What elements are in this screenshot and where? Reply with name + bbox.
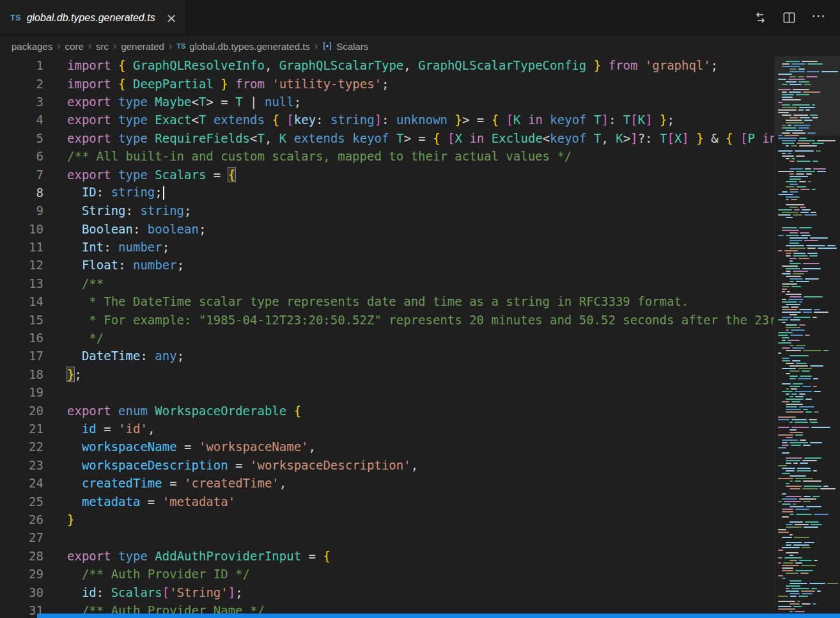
code-line[interactable]: 2import { DeepPartial } from 'utility-ty… [0, 74, 774, 92]
code-line[interactable]: 8 ID: string; [0, 184, 774, 202]
code-line[interactable]: 29 /** Auth Provider ID */ [0, 565, 774, 583]
code-line[interactable]: 27 [0, 528, 774, 546]
line-number[interactable]: 12 [0, 258, 43, 272]
code-line[interactable]: 30 id: Scalars['String']; [0, 583, 774, 601]
code-line[interactable]: 24 createdTime = 'createdTime', [0, 474, 774, 492]
code-line[interactable]: 21 id = 'id', [0, 420, 774, 438]
breadcrumb-separator: › [88, 40, 91, 52]
code-line[interactable]: 6/** All built-in and custom scalars, ma… [0, 147, 774, 165]
code-editor: 1import { GraphQLResolveInfo, GraphQLSca… [0, 56, 840, 618]
code-line[interactable]: 12 Float: number; [0, 256, 774, 274]
code-line[interactable]: 4export type Exact<T extends { [key: str… [0, 111, 774, 129]
line-number[interactable]: 19 [0, 385, 43, 399]
line-number[interactable]: 4 [0, 113, 43, 127]
line-number[interactable]: 8 [0, 186, 43, 200]
code-text: Float: number; [43, 258, 184, 272]
code-text: export enum WorkspaceOrderable { [43, 404, 301, 418]
code-line[interactable]: 1import { GraphQLResolveInfo, GraphQLSca… [0, 56, 774, 74]
line-number[interactable]: 20 [0, 404, 43, 418]
code-text: String: string; [43, 203, 192, 218]
line-number[interactable]: 25 [0, 495, 43, 509]
code-text: export type RequireFields<T, K extends k… [43, 131, 774, 145]
line-number[interactable]: 15 [0, 313, 43, 327]
code-line[interactable]: 9 String: string; [0, 202, 774, 219]
breadcrumb-symbol-label: Scalars [336, 41, 368, 52]
close-tab-icon[interactable]: × [166, 12, 177, 24]
code-text: export type AddAuthProviderInput = { [43, 549, 331, 563]
code-line[interactable]: 15 * For example: "1985-04-12T23:20:50.5… [0, 310, 774, 328]
symbol-type-icon [322, 41, 332, 51]
more-actions-icon[interactable]: ⋯ [811, 9, 826, 27]
line-number[interactable]: 10 [0, 222, 43, 236]
line-number[interactable]: 11 [0, 240, 43, 254]
code-line[interactable]: 14 * The DateTime scalar type represents… [0, 292, 774, 310]
breadcrumb-item-src[interactable]: src [96, 41, 109, 52]
code-line[interactable]: 23 workspaceDescription = 'workspaceDesc… [0, 456, 774, 474]
line-number[interactable]: 27 [0, 530, 43, 544]
code-line[interactable]: 18}; [0, 365, 774, 383]
open-changes-icon[interactable] [754, 11, 767, 24]
line-number[interactable]: 24 [0, 476, 43, 490]
code-line[interactable]: 7export type Scalars = { [0, 165, 774, 183]
code-line[interactable]: 11 Int: number; [0, 238, 774, 256]
code-line[interactable]: 10 Boolean: boolean; [0, 220, 774, 238]
breadcrumb-separator: › [113, 40, 116, 52]
status-bar [37, 614, 840, 618]
line-number[interactable]: 26 [0, 512, 43, 527]
code-text: workspaceName = 'workspaceName', [43, 440, 316, 454]
breadcrumb-file-label: global.db.types.generated.ts [189, 41, 309, 52]
minimap[interactable] [774, 56, 840, 618]
line-number[interactable]: 23 [0, 458, 43, 472]
line-number[interactable]: 21 [0, 422, 43, 436]
code-text: id = 'id', [43, 422, 155, 436]
code-text: /** Auth Provider ID */ [43, 567, 250, 581]
split-editor-icon[interactable] [782, 11, 796, 24]
code-text: import { GraphQLResolveInfo, GraphQLScal… [43, 58, 718, 72]
code-text: metadata = 'metadata' [43, 495, 235, 509]
code-text: Boolean: boolean; [43, 222, 206, 236]
code-text: id: Scalars['String']; [43, 585, 243, 599]
minimap-content [778, 58, 838, 618]
code-text: }; [43, 367, 82, 381]
line-number[interactable]: 13 [0, 276, 43, 290]
code-line[interactable]: 20export enum WorkspaceOrderable { [0, 401, 774, 419]
line-number[interactable]: 29 [0, 567, 43, 581]
line-number[interactable]: 7 [0, 168, 43, 182]
code-line[interactable]: 16 */ [0, 329, 774, 347]
line-number[interactable]: 5 [0, 131, 43, 145]
code-line[interactable]: 5export type RequireFields<T, K extends … [0, 129, 774, 147]
code-line[interactable]: 22 workspaceName = 'workspaceName', [0, 438, 774, 456]
breadcrumb-item-symbol-scalars[interactable]: Scalars [322, 41, 368, 52]
code-line[interactable]: 17 DateTime: any; [0, 347, 774, 365]
line-number[interactable]: 6 [0, 149, 43, 163]
breadcrumb-item-file[interactable]: TS global.db.types.generated.ts [176, 41, 310, 52]
line-number[interactable]: 14 [0, 294, 43, 308]
code-text: export type Exact<T extends { [key: stri… [43, 113, 674, 127]
code-line[interactable]: 26} [0, 511, 774, 528]
breadcrumb-item-core[interactable]: core [65, 41, 84, 52]
line-number[interactable]: 18 [0, 367, 43, 381]
line-number[interactable]: 17 [0, 349, 43, 363]
tab-global-db-types-generated[interactable]: TS global.db.types.generated.ts × [0, 0, 186, 35]
code-line[interactable]: 28export type AddAuthProviderInput = { [0, 547, 774, 565]
code-text: DateTime: any; [43, 349, 184, 363]
line-number[interactable]: 9 [0, 203, 43, 218]
line-number[interactable]: 30 [0, 585, 43, 599]
breadcrumb-item-generated[interactable]: generated [121, 41, 164, 52]
code-text: /** All built-in and custom scalars, map… [43, 149, 572, 163]
typescript-file-icon: TS [176, 42, 185, 50]
line-number[interactable]: 22 [0, 440, 43, 454]
line-number[interactable]: 1 [0, 58, 43, 72]
line-number[interactable]: 28 [0, 549, 43, 563]
code-line[interactable]: 19 [0, 383, 774, 401]
breadcrumb-item-packages[interactable]: packages [12, 41, 52, 52]
editor-tab-bar: TS global.db.types.generated.ts × ⋯ [0, 0, 840, 36]
line-number[interactable]: 3 [0, 95, 43, 109]
line-number[interactable]: 16 [0, 331, 43, 345]
code-line[interactable]: 25 metadata = 'metadata' [0, 492, 774, 510]
code-text: createdTime = 'createdTime', [43, 476, 286, 490]
line-number[interactable]: 2 [0, 77, 43, 91]
code-line[interactable]: 3export type Maybe<T> = T | null; [0, 93, 774, 111]
text-cursor [163, 186, 164, 200]
code-line[interactable]: 13 /** [0, 274, 774, 292]
